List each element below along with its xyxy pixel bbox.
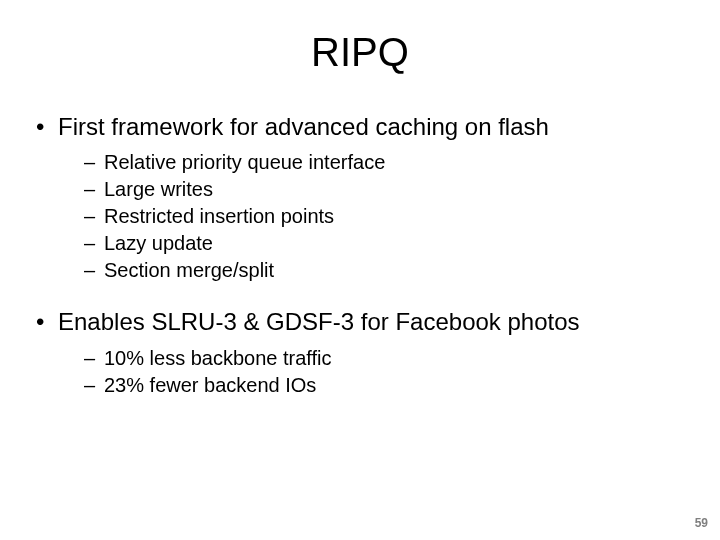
sub-bullet-list: 10% less backbone traffic 23% fewer back… [58,345,692,399]
list-item: Large writes [84,176,692,203]
page-number: 59 [695,516,708,530]
list-item-text: Lazy update [104,232,213,254]
list-item: 10% less backbone traffic [84,345,692,372]
list-item-text: Enables SLRU-3 & GDSF-3 for Facebook pho… [58,308,580,335]
list-item: First framework for advanced caching on … [36,111,692,284]
list-item: Restricted insertion points [84,203,692,230]
slide-title: RIPQ [28,30,692,75]
list-item: Enables SLRU-3 & GDSF-3 for Facebook pho… [36,306,692,398]
list-item: 23% fewer backend IOs [84,372,692,399]
list-item-text: 23% fewer backend IOs [104,374,316,396]
list-item: Section merge/split [84,257,692,284]
list-item-text: Restricted insertion points [104,205,334,227]
list-item-text: Relative priority queue interface [104,151,385,173]
list-item: Lazy update [84,230,692,257]
sub-bullet-list: Relative priority queue interface Large … [58,149,692,284]
list-item-text: Large writes [104,178,213,200]
bullet-list: First framework for advanced caching on … [28,111,692,399]
list-item-text: Section merge/split [104,259,274,281]
list-item-text: First framework for advanced caching on … [58,113,549,140]
list-item: Relative priority queue interface [84,149,692,176]
list-item-text: 10% less backbone traffic [104,347,332,369]
